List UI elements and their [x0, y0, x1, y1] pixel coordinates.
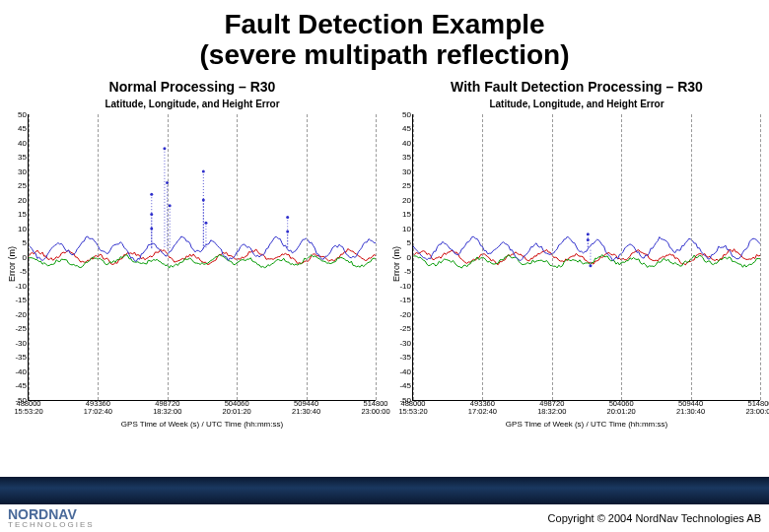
footer-bar: [0, 477, 769, 504]
y-tick: -45: [399, 381, 413, 390]
y-tick: -15: [15, 296, 29, 304]
svg-point-18: [286, 215, 289, 218]
x-tick: 51480023:00:00: [745, 400, 769, 417]
grid-line: [760, 114, 761, 400]
grid-line: [691, 114, 692, 400]
x-tick: 49336017:02:40: [468, 400, 497, 417]
y-tick: 20: [18, 195, 29, 204]
y-tick: 50: [18, 109, 29, 118]
y-tick: 45: [402, 124, 413, 133]
y-tick: -20: [399, 309, 413, 318]
y-tick: 45: [18, 124, 29, 133]
y-tick: -20: [15, 309, 29, 318]
y-tick: 25: [402, 181, 413, 190]
y-tick: -5: [404, 267, 413, 276]
left-plot: Error (m) GPS Time of Week (s) / UTC Tim…: [28, 114, 376, 401]
grid-line: [376, 114, 377, 400]
x-tick: 50944021:30:40: [292, 400, 320, 417]
footer: NORDNAV TECHNOLOGIES Copyright © 2004 No…: [0, 477, 769, 532]
y-tick: -30: [399, 338, 413, 347]
x-tick: 48800015:53:20: [398, 400, 427, 417]
page-title-line1: Fault Detection Example: [0, 10, 769, 40]
x-tick: 50944021:30:40: [676, 400, 705, 417]
x-tick: 49336017:02:40: [84, 400, 112, 417]
y-tick: -30: [15, 338, 29, 347]
y-tick: -10: [399, 281, 413, 290]
grid-line: [168, 114, 169, 400]
y-tick: 25: [18, 181, 29, 190]
y-tick: 20: [402, 195, 413, 204]
logo: NORDNAV TECHNOLOGIES: [8, 507, 95, 529]
left-panel: Normal Processing – R30 Latitude, Longit…: [0, 77, 384, 446]
left-ylabel: Error (m): [7, 246, 17, 282]
y-tick: 15: [18, 210, 29, 219]
y-tick: 15: [402, 210, 413, 219]
x-tick: 49872018:32:00: [537, 400, 566, 417]
y-tick: 30: [18, 166, 29, 175]
y-tick: -40: [15, 366, 29, 375]
logo-subtext: TECHNOLOGIES: [8, 521, 95, 529]
right-plot: Error (m) GPS Time of Week (s) / UTC Tim…: [412, 114, 760, 401]
x-tick: 50406020:01:20: [223, 400, 251, 417]
left-xlabel: GPS Time of Week (s) / UTC Time (hh:mm:s…: [29, 420, 376, 429]
x-tick: 48800015:53:20: [14, 400, 42, 417]
y-tick: 40: [402, 138, 413, 147]
grid-line: [98, 114, 99, 400]
right-ylabel: Error (m): [391, 246, 401, 282]
y-tick: -35: [15, 353, 29, 362]
y-tick: 50: [402, 109, 413, 118]
grid-line: [29, 114, 30, 400]
svg-point-20: [286, 230, 289, 233]
grid-line: [237, 114, 238, 400]
y-tick: 10: [402, 224, 413, 233]
y-tick: -40: [399, 366, 413, 375]
y-tick: 40: [18, 138, 29, 147]
x-tick: 50406020:01:20: [607, 400, 636, 417]
y-tick: -35: [399, 353, 413, 362]
right-panel-title: With Fault Detection Processing – R30: [384, 79, 769, 95]
copyright: Copyright © 2004 NordNav Technologies AB: [548, 512, 761, 524]
left-chart-subtitle: Latitude, Longitude, and Height Error: [0, 99, 384, 109]
y-tick: -15: [399, 296, 413, 304]
grid-line: [621, 114, 622, 400]
grid-line: [482, 114, 483, 400]
y-tick: -25: [399, 324, 413, 333]
y-tick: -10: [15, 281, 29, 290]
right-panel: With Fault Detection Processing – R30 La…: [384, 77, 769, 446]
svg-point-26: [589, 264, 592, 267]
y-tick: 30: [402, 166, 413, 175]
left-panel-title: Normal Processing – R30: [0, 79, 384, 95]
grid-line: [413, 114, 414, 400]
y-tick: 35: [402, 153, 413, 162]
page-title-line2: (severe multipath reflection): [0, 40, 769, 71]
right-xlabel: GPS Time of Week (s) / UTC Time (hh:mm:s…: [413, 420, 760, 429]
y-tick: 35: [18, 153, 29, 162]
grid-line: [307, 114, 308, 400]
x-tick: 49872018:32:00: [153, 400, 181, 417]
grid-line: [552, 114, 553, 400]
y-tick: 10: [18, 224, 29, 233]
y-tick: -25: [15, 324, 29, 333]
y-tick: -45: [15, 381, 29, 390]
right-chart-subtitle: Latitude, Longitude, and Height Error: [384, 99, 769, 109]
y-tick: -5: [20, 267, 29, 276]
